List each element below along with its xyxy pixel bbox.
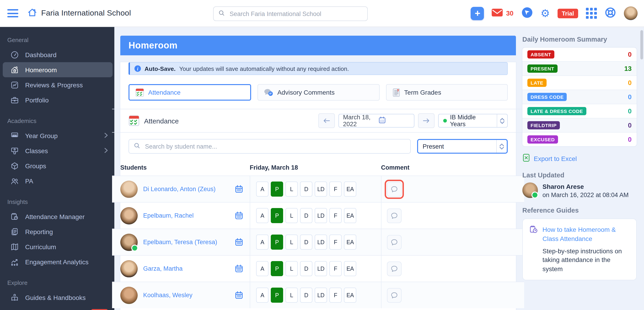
tab-advisory-comments[interactable]: Advisory Comments: [258, 84, 380, 100]
student-name-link[interactable]: Garza, Martha: [143, 265, 229, 272]
attendance-option-p[interactable]: P: [271, 208, 283, 223]
attendance-option-l[interactable]: L: [286, 182, 298, 196]
date-picker[interactable]: March 18, 2022: [338, 114, 414, 128]
hamburger-menu-icon[interactable]: [7, 9, 18, 17]
student-calendar-icon[interactable]: [235, 185, 243, 194]
attendance-table: StudentsFriday, March 18Comment Di Leona…: [112, 159, 524, 308]
help-lifebuoy-icon[interactable]: [605, 7, 616, 20]
comment-button[interactable]: [387, 235, 402, 250]
managebac-logo-icon[interactable]: [521, 7, 533, 20]
attendance-option-ea[interactable]: EA: [344, 234, 356, 250]
attendance-option-f[interactable]: F: [329, 234, 342, 250]
group-select[interactable]: IB Middle Years: [438, 114, 508, 128]
attendance-option-ea[interactable]: EA: [344, 288, 356, 303]
attendance-option-l[interactable]: L: [286, 234, 298, 250]
comment-button[interactable]: [387, 208, 402, 223]
attendance-option-d[interactable]: D: [300, 288, 312, 303]
student-avatar[interactable]: [120, 260, 138, 277]
student-avatar[interactable]: [120, 180, 138, 198]
attendance-option-p[interactable]: P: [271, 288, 283, 303]
trial-badge[interactable]: Trial: [558, 8, 578, 18]
student-name-link[interactable]: Di Leonardo, Anton (Zeus): [143, 186, 229, 192]
attendance-option-f[interactable]: F: [329, 288, 342, 303]
student-search[interactable]: [128, 139, 411, 154]
sidebar-item-osc-home[interactable]: OSC HomeNew: [3, 305, 112, 310]
sidebar-item-curriculum[interactable]: Curriculum: [3, 239, 112, 254]
tab-term-grades[interactable]: Term Grades: [386, 84, 508, 100]
chevron-updown-icon: [497, 114, 507, 127]
sidebar-item-portfolio[interactable]: Portfolio: [3, 92, 112, 108]
brand[interactable]: Faria International School: [28, 8, 131, 19]
sidebar-item-groups[interactable]: Groups: [3, 158, 112, 173]
attendance-option-l[interactable]: L: [286, 288, 298, 303]
add-button[interactable]: +: [471, 7, 484, 20]
global-search-input[interactable]: [229, 10, 363, 18]
apps-grid-icon[interactable]: [586, 8, 597, 19]
export-to-excel-link[interactable]: Export to Excel: [522, 154, 637, 163]
attendance-option-ea[interactable]: EA: [344, 182, 356, 196]
attendance-option-p[interactable]: P: [271, 234, 283, 250]
student-calendar-icon[interactable]: [235, 264, 243, 273]
sidebar-item-guides-handbooks[interactable]: Guides & Handbooks: [3, 290, 112, 305]
student-calendar-icon[interactable]: [235, 291, 243, 300]
student-calendar-icon[interactable]: [235, 211, 243, 220]
comment-button[interactable]: [387, 182, 402, 196]
attendance-option-a[interactable]: A: [256, 261, 268, 276]
attendance-option-ea[interactable]: EA: [344, 208, 356, 223]
student-calendar-icon[interactable]: [235, 238, 243, 246]
student-avatar[interactable]: [120, 207, 138, 224]
messages-button[interactable]: 30: [492, 8, 514, 18]
scrollbar-thumb[interactable]: [640, 30, 643, 60]
comment-cell: [381, 282, 516, 308]
comment-button[interactable]: [387, 288, 402, 302]
sidebar-item-pa[interactable]: PA: [3, 173, 112, 188]
attendance-option-p[interactable]: P: [271, 182, 283, 196]
attendance-option-a[interactable]: A: [256, 288, 268, 303]
page-title: Homeroom: [128, 40, 178, 51]
user-avatar[interactable]: [624, 6, 638, 20]
attendance-option-f[interactable]: F: [329, 208, 342, 223]
attendance-option-l[interactable]: L: [286, 208, 298, 223]
attendance-option-ea[interactable]: EA: [344, 261, 356, 276]
updated-by-avatar[interactable]: [522, 182, 538, 198]
attendance-option-ld[interactable]: LD: [315, 234, 327, 250]
attendance-option-f[interactable]: F: [329, 261, 342, 276]
gear-icon[interactable]: ⚙: [540, 8, 550, 18]
attendance-option-a[interactable]: A: [256, 234, 268, 250]
attendance-option-ld[interactable]: LD: [315, 288, 327, 303]
attendance-option-ld[interactable]: LD: [315, 208, 327, 223]
sidebar-item-year-group[interactable]: Year Group: [3, 128, 112, 143]
student-search-input[interactable]: [144, 142, 406, 150]
student-name-link[interactable]: Epelbaum, Teresa (Teresa): [143, 239, 229, 246]
guide-link[interactable]: How to take Homeroom & Class Attendance: [542, 225, 630, 244]
attendance-option-d[interactable]: D: [300, 208, 312, 223]
student-name-link[interactable]: Epelbaum, Rachel: [143, 212, 229, 219]
sidebar-item-homeroom[interactable]: Homeroom: [3, 62, 112, 77]
attendance-filter-select[interactable]: Present: [417, 139, 508, 154]
sidebar-item-classes[interactable]: Classes: [3, 143, 112, 158]
attendance-option-d[interactable]: D: [300, 234, 312, 250]
sidebar-item-reporting[interactable]: Reporting: [3, 224, 112, 239]
next-day-button[interactable]: [418, 114, 434, 128]
sidebar-item-reviews-progress[interactable]: Reviews & Progress: [3, 77, 112, 92]
attendance-option-p[interactable]: P: [271, 261, 283, 276]
global-search[interactable]: [213, 6, 368, 21]
attendance-option-l[interactable]: L: [286, 261, 298, 276]
student-avatar[interactable]: [120, 234, 138, 251]
attendance-option-d[interactable]: D: [300, 261, 312, 276]
previous-day-button[interactable]: [318, 114, 335, 128]
status-badge: PRESENT: [527, 64, 557, 73]
sidebar-item-dashboard[interactable]: Dashboard: [3, 47, 112, 62]
attendance-option-ld[interactable]: LD: [315, 261, 327, 276]
attendance-option-ld[interactable]: LD: [315, 182, 327, 196]
attendance-option-a[interactable]: A: [256, 182, 268, 196]
tab-attendance[interactable]: Attendance: [128, 84, 251, 100]
attendance-option-a[interactable]: A: [256, 208, 268, 223]
sidebar-item-engagement-analytics[interactable]: Engagement Analytics: [3, 254, 112, 269]
comment-button[interactable]: [387, 261, 402, 276]
student-name-link[interactable]: Koolhaas, Wesley: [143, 292, 229, 298]
attendance-option-d[interactable]: D: [300, 182, 312, 196]
attendance-option-f[interactable]: F: [329, 182, 342, 196]
sidebar-item-attendance-manager[interactable]: Attendance Manager: [3, 209, 112, 224]
student-avatar[interactable]: [120, 286, 138, 304]
